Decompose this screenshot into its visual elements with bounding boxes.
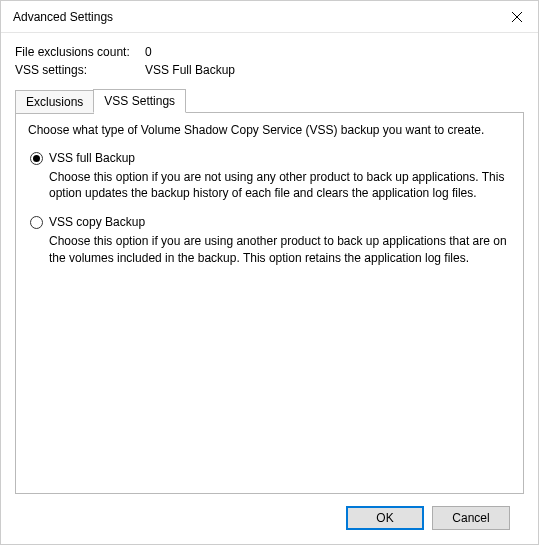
vss-settings-label: VSS settings: xyxy=(15,63,145,77)
radio-icon xyxy=(30,152,43,165)
vss-settings-row: VSS settings: VSS Full Backup xyxy=(15,63,524,77)
window-title: Advanced Settings xyxy=(13,10,496,24)
radio-vss-copy-label: VSS copy Backup xyxy=(49,215,145,229)
titlebar: Advanced Settings xyxy=(1,1,538,33)
radio-vss-full[interactable]: VSS full Backup xyxy=(30,151,511,165)
tab-strip: Exclusions VSS Settings xyxy=(15,89,524,113)
radio-group-full: VSS full Backup Choose this option if yo… xyxy=(28,151,511,201)
radio-vss-copy-desc: Choose this option if you are using anot… xyxy=(49,233,511,265)
tab-exclusions-label: Exclusions xyxy=(26,95,83,109)
tab-vss-settings[interactable]: VSS Settings xyxy=(93,89,186,113)
radio-vss-full-desc: Choose this option if you are not using … xyxy=(49,169,511,201)
tab-vss-settings-label: VSS Settings xyxy=(104,94,175,108)
close-icon xyxy=(512,12,522,22)
tab-exclusions[interactable]: Exclusions xyxy=(15,90,94,114)
file-exclusions-label: File exclusions count: xyxy=(15,45,145,59)
footer: OK Cancel xyxy=(15,494,524,544)
vss-settings-value: VSS Full Backup xyxy=(145,63,235,77)
file-exclusions-row: File exclusions count: 0 xyxy=(15,45,524,59)
radio-icon xyxy=(30,216,43,229)
content-area: File exclusions count: 0 VSS settings: V… xyxy=(1,33,538,544)
radio-vss-full-label: VSS full Backup xyxy=(49,151,135,165)
advanced-settings-window: Advanced Settings File exclusions count:… xyxy=(0,0,539,545)
tab-panel-vss: Choose what type of Volume Shadow Copy S… xyxy=(15,112,524,494)
ok-button[interactable]: OK xyxy=(346,506,424,530)
close-button[interactable] xyxy=(496,1,538,33)
cancel-button[interactable]: Cancel xyxy=(432,506,510,530)
radio-group-copy: VSS copy Backup Choose this option if yo… xyxy=(28,215,511,265)
panel-description: Choose what type of Volume Shadow Copy S… xyxy=(28,123,511,137)
radio-vss-copy[interactable]: VSS copy Backup xyxy=(30,215,511,229)
file-exclusions-value: 0 xyxy=(145,45,152,59)
